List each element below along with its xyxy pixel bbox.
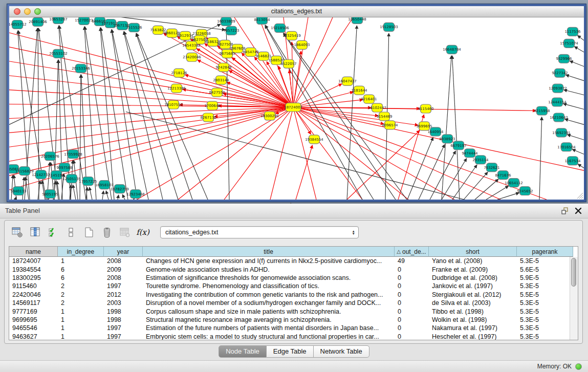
graph-node[interactable]: 7857223	[223, 26, 239, 35]
delete-columns-button[interactable]	[100, 226, 114, 239]
table-row[interactable]: 969969511998Structural magnetic resonanc…	[9, 316, 578, 324]
graph-node[interactable]: 12213386	[167, 84, 186, 93]
graph-edge	[296, 145, 312, 200]
table-scrollbar[interactable]	[570, 257, 578, 340]
column-header-name[interactable]: name	[9, 247, 58, 257]
graph-node[interactable]: 8813054	[254, 17, 270, 24]
table-row[interactable]: 977716911998Corpus callosum shape and si…	[9, 307, 578, 315]
graph-node[interactable]: 14055712	[9, 20, 27, 29]
graph-node[interactable]: 15751074	[560, 39, 578, 48]
window-resize-grip[interactable]	[576, 192, 583, 199]
graph-node[interactable]: 10654112	[505, 179, 523, 187]
tab-node-table[interactable]: Node Table	[219, 345, 267, 358]
graph-node[interactable]: 5940133	[10, 187, 26, 195]
table-row[interactable]: 1456911722003Disruption of a novel membe…	[9, 299, 578, 307]
graph-node[interactable]: 9699695	[416, 122, 432, 130]
graph-node[interactable]: 12505135	[62, 174, 81, 183]
table-cell: 0	[395, 299, 429, 307]
column-header-out_degree[interactable]: △out_de...	[395, 247, 429, 257]
table-selector-dropdown[interactable]: citations_edges.txt ▲▼	[160, 226, 359, 238]
graph-node[interactable]: 6679197	[450, 141, 466, 150]
graph-node[interactable]: 8216401	[361, 95, 377, 103]
graph-node[interactable]: 15270023	[75, 17, 93, 25]
graph-node[interactable]: 8471676	[495, 171, 511, 180]
graph-node[interactable]: 10650448	[348, 17, 366, 24]
table-cell: 0	[395, 282, 429, 290]
graph-node[interactable]: 20206576	[41, 152, 59, 161]
graph-node[interactable]: 1117536	[564, 27, 580, 36]
graph-node[interactable]: 19218506	[271, 24, 289, 32]
show-columns-button[interactable]	[29, 226, 42, 239]
table-cell: 22420046	[9, 291, 58, 299]
graph-node[interactable]: 18724007	[284, 103, 302, 112]
column-header-year[interactable]: year	[104, 247, 143, 257]
svg-text:9329966: 9329966	[556, 57, 572, 61]
table-row[interactable]: 911546021997Tourette syndrome. Phenomeno…	[9, 282, 578, 290]
select-all-columns-button[interactable]	[47, 226, 60, 239]
network-canvas[interactable]: 1872400771638228860128891293423226058982…	[9, 17, 584, 200]
graph-edge	[574, 47, 584, 52]
graph-node[interactable]: 9115460	[418, 104, 433, 113]
table-cell: 9463627	[9, 333, 58, 340]
table-cell: 5.5E-5	[517, 291, 573, 299]
table-cell: 9465546	[9, 324, 58, 332]
graph-node[interactable]: 1181644	[351, 86, 367, 95]
tab-edge-table[interactable]: Edge Table	[267, 345, 314, 358]
graph-edge	[293, 17, 333, 107]
graph-edge	[229, 71, 293, 107]
graph-node[interactable]: 8427552	[209, 88, 225, 97]
svg-text:7632621: 7632621	[484, 166, 499, 170]
close-panel-button[interactable]	[575, 207, 582, 214]
column-header-title[interactable]: title	[143, 247, 395, 257]
table-cell: Corpus callosum shape and size in male p…	[143, 307, 395, 315]
graph-node[interactable]: 1167534	[564, 157, 581, 165]
graph-node[interactable]: 8215958	[534, 106, 550, 115]
table-row[interactable]: 2242004622012Investigating the contribut…	[9, 291, 578, 299]
table-row[interactable]: 946554611997Estimation of the future num…	[9, 324, 578, 332]
table-row[interactable]: 946362711997Embryonic stem cells: a mode…	[9, 333, 578, 340]
table-row[interactable]: 1938455462009Genome-wide association stu…	[9, 265, 578, 273]
graph-node[interactable]: 9227342	[552, 69, 568, 77]
graph-edge	[578, 164, 584, 168]
graph-node[interactable]: 2935114	[472, 156, 489, 164]
table-row[interactable]: 1830029562008Estimation of significance …	[9, 274, 578, 282]
table-cell: 2008	[104, 274, 143, 282]
graph-node[interactable]: 16210643	[550, 113, 568, 122]
graph-node[interactable]: 17957225	[79, 177, 97, 186]
table-row[interactable]: 1872400712008Changes of HCN gene express…	[9, 257, 578, 265]
create-column-button[interactable]	[82, 226, 96, 239]
unselect-all-columns-button[interactable]	[64, 226, 78, 239]
graph-node[interactable]: 12093872	[549, 84, 567, 93]
graph-node[interactable]: 15692391	[552, 128, 571, 137]
graph-node[interactable]: 1640954	[427, 127, 444, 136]
table-options-button[interactable]	[11, 226, 24, 239]
network-window[interactable]: citations_edges.txt 18724007716382288601…	[7, 4, 586, 202]
svg-text:8522057: 8522057	[280, 62, 296, 66]
graph-node[interactable]: 20891406	[29, 17, 47, 26]
network-graph[interactable]: 1872400771638228860128891293423226058982…	[9, 17, 584, 200]
graph-node[interactable]: 17016504	[557, 143, 576, 151]
float-panel-button[interactable]	[560, 207, 569, 215]
column-header-short[interactable]: short	[429, 247, 517, 257]
graph-node[interactable]: 19128503	[380, 23, 398, 31]
graph-node[interactable]: 16648784	[443, 45, 461, 54]
graph-node[interactable]: 9329966	[556, 54, 572, 63]
delete-table-button[interactable]	[118, 226, 132, 239]
graph-edge	[73, 185, 76, 200]
column-header-in_degree[interactable]: in_degree	[58, 247, 104, 257]
graph-node[interactable]: 19384554	[305, 135, 323, 144]
graph-edge	[293, 107, 316, 200]
graph-node[interactable]: 20553102	[49, 49, 68, 58]
graph-node[interactable]: 10653287	[49, 17, 68, 24]
tab-network-table[interactable]: Network Table	[314, 345, 369, 358]
table-scrollbar-thumb[interactable]	[571, 258, 576, 287]
graph-node[interactable]: 12444154	[548, 98, 567, 106]
network-window-titlebar[interactable]: citations_edges.txt	[9, 6, 584, 17]
graph-node[interactable]: 1864093	[294, 40, 310, 49]
column-header-pagerank[interactable]: pagerank	[517, 247, 573, 257]
graph-node[interactable]: 12142737	[32, 170, 50, 179]
graph-node[interactable]: 7632621	[484, 163, 499, 172]
graph-node[interactable]: 18107550	[164, 100, 183, 109]
function-builder-button[interactable]: f(x)	[136, 226, 149, 239]
graph-node[interactable]: 16102447	[368, 103, 386, 112]
